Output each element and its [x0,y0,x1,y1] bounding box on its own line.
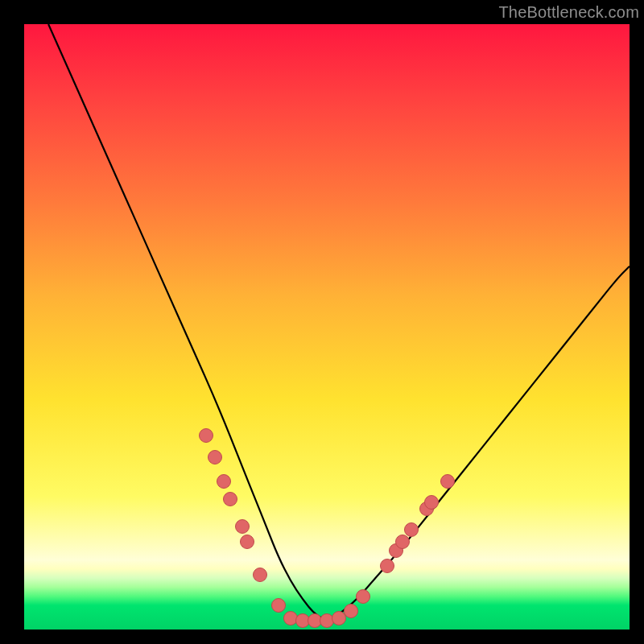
highlight-dot [217,474,231,489]
highlight-dot [240,535,254,549]
highlight-dot [356,589,370,604]
curve-path [48,24,630,619]
highlight-dot [253,568,267,582]
bottleneck-curve [0,0,644,644]
highlight-dot [235,519,250,534]
highlight-dot [404,522,419,537]
highlight-dot [199,428,213,443]
highlight-dot [208,450,222,464]
highlight-dot [344,604,358,618]
highlight-dot [380,559,394,573]
highlight-dot [271,598,286,613]
highlight-dot [395,535,410,549]
highlight-dot [223,492,237,506]
watermark-text: TheBottleneck.com [498,3,639,22]
highlight-dot [440,474,455,489]
highlight-dot [424,495,439,510]
